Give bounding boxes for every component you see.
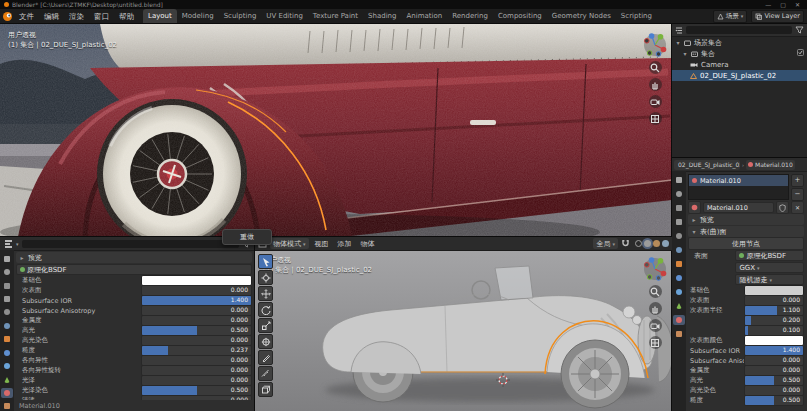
zoom-icon[interactable] bbox=[649, 285, 662, 298]
tab-modifiers[interactable] bbox=[1, 348, 13, 357]
tab-scene[interactable] bbox=[673, 231, 685, 241]
scene-selector[interactable]: 场景 ▾ bbox=[713, 10, 748, 23]
menu-view[interactable]: 视图 bbox=[312, 239, 332, 249]
material-name-field[interactable]: Material.010 bbox=[703, 202, 774, 213]
zoom-icon[interactable] bbox=[649, 61, 662, 74]
outliner-row-camera[interactable]: Camera bbox=[672, 59, 807, 70]
workspace-tab-modeling[interactable]: Modeling bbox=[177, 9, 219, 24]
mode-dropdown[interactable]: 物体模式 ▾ bbox=[270, 238, 309, 249]
blender-logo-icon[interactable] bbox=[0, 11, 14, 22]
redo-operator-panel[interactable]: 重做 bbox=[222, 229, 272, 245]
tab-texture[interactable] bbox=[1, 402, 13, 411]
tab-output[interactable] bbox=[673, 203, 685, 213]
camera-view-icon[interactable] bbox=[649, 319, 662, 332]
navigation-gizmo[interactable] bbox=[643, 33, 667, 57]
breadcrumb-object-chip[interactable]: 02_DUE_SJ_plastic_02 bbox=[674, 160, 740, 170]
scale-tool[interactable] bbox=[258, 318, 273, 333]
tab-texture[interactable] bbox=[673, 329, 685, 339]
editor-type-icon[interactable] bbox=[675, 26, 683, 34]
surface-shader-dropdown[interactable]: 原理化BSDF bbox=[16, 264, 252, 275]
expand-icon[interactable]: ▾ bbox=[675, 39, 681, 46]
remove-slot-button[interactable]: − bbox=[791, 188, 804, 201]
rendered-viewport[interactable]: 用户透视 (1) 集合 | 02_DUE_SJ_plastic_02 bbox=[0, 24, 672, 237]
tab-object-data[interactable] bbox=[1, 375, 13, 384]
move-tool[interactable] bbox=[258, 286, 273, 301]
tab-output[interactable] bbox=[1, 281, 13, 290]
workspace-tab-texture-paint[interactable]: Texture Paint bbox=[308, 9, 363, 24]
rotate-tool[interactable] bbox=[258, 302, 273, 317]
distribution-dropdown[interactable]: GGX▾ bbox=[735, 262, 804, 273]
menu-window[interactable]: 窗口 bbox=[89, 9, 114, 24]
filter-icon[interactable] bbox=[795, 26, 804, 34]
select-box-tool[interactable] bbox=[258, 254, 273, 269]
preview-panel-header[interactable]: ▸ 预览 bbox=[16, 252, 252, 263]
cursor-tool[interactable] bbox=[258, 270, 273, 285]
workspace-tab-sculpting[interactable]: Sculpting bbox=[219, 9, 262, 24]
add-cube-tool[interactable] bbox=[258, 382, 273, 397]
transform-orientation-dropdown[interactable]: 全局 ▾ bbox=[593, 238, 618, 249]
workspace-tab-layout[interactable]: Layout bbox=[143, 9, 177, 24]
solid-shading-icon[interactable] bbox=[644, 240, 651, 247]
wireframe-shading-icon[interactable] bbox=[635, 240, 642, 247]
pan-hand-icon[interactable] bbox=[649, 302, 662, 315]
workspace-tab-compositing[interactable]: Compositing bbox=[493, 9, 547, 24]
browse-material-icon[interactable] bbox=[688, 201, 701, 214]
surface-panel-header[interactable]: ▾ 表(曲)面 bbox=[688, 226, 804, 237]
menu-help[interactable]: 帮助 bbox=[114, 9, 139, 24]
minimize-button[interactable]: — bbox=[762, 1, 774, 8]
tab-modifiers[interactable] bbox=[673, 273, 685, 283]
menu-file[interactable]: 文件 bbox=[14, 9, 39, 24]
outliner-search-input[interactable] bbox=[686, 26, 792, 34]
tab-view-layer[interactable] bbox=[1, 294, 13, 303]
workspace-tab-animation[interactable]: Animation bbox=[401, 9, 447, 24]
menu-add[interactable]: 添加 bbox=[335, 239, 355, 249]
toggle-perspective-icon[interactable] bbox=[649, 336, 662, 349]
workspace-tab-geometry-nodes[interactable]: Geometry Nodes bbox=[547, 9, 616, 24]
surface-shader-dropdown[interactable]: 原理化BSDF bbox=[735, 250, 804, 261]
menu-edit[interactable]: 编辑 bbox=[39, 9, 64, 24]
preview-panel-header[interactable]: ▸ 预览 bbox=[688, 214, 804, 225]
tab-object[interactable] bbox=[673, 259, 685, 269]
tab-object[interactable] bbox=[1, 335, 13, 344]
tab-tool[interactable] bbox=[673, 175, 685, 185]
breadcrumb-material-chip[interactable]: Material.010 bbox=[746, 160, 795, 170]
properties-editor-icon[interactable] bbox=[4, 239, 13, 248]
use-nodes-button[interactable]: 使用节点 bbox=[688, 237, 804, 250]
camera-view-icon[interactable] bbox=[649, 95, 662, 108]
properties-search-input[interactable] bbox=[22, 240, 239, 248]
workspace-tab-rendering[interactable]: Rendering bbox=[447, 9, 493, 24]
menu-render[interactable]: 渲染 bbox=[64, 9, 89, 24]
fake-user-shield-icon[interactable] bbox=[776, 201, 789, 214]
sss-method-dropdown[interactable]: 随机游走▾ bbox=[735, 274, 804, 285]
pan-hand-icon[interactable] bbox=[649, 78, 662, 91]
tab-tool[interactable] bbox=[1, 254, 13, 263]
tab-render[interactable] bbox=[1, 267, 13, 276]
tab-material[interactable] bbox=[673, 315, 685, 325]
tab-view-layer[interactable] bbox=[673, 217, 685, 227]
outliner-row-collection[interactable]: ▾ 集合 bbox=[672, 48, 807, 59]
annotate-tool[interactable] bbox=[258, 350, 273, 365]
transform-tool[interactable] bbox=[258, 334, 273, 349]
material-slot-row[interactable]: Material.010 bbox=[689, 175, 788, 186]
solid-3d-viewport[interactable]: 物体模式 ▾ 视图 添加 物体 全局 ▾ bbox=[255, 237, 672, 411]
maximize-button[interactable]: ▢ bbox=[777, 1, 789, 8]
tab-render[interactable] bbox=[673, 189, 685, 199]
expand-icon[interactable]: ▾ bbox=[682, 50, 688, 57]
roughness-slider[interactable]: 0.500 bbox=[744, 395, 804, 406]
add-slot-button[interactable]: + bbox=[791, 174, 804, 187]
material-shading-icon[interactable] bbox=[653, 240, 660, 247]
subsurface-radius-z[interactable]: 0.100 bbox=[744, 325, 804, 336]
view-layer-selector[interactable]: View Layer bbox=[751, 10, 804, 23]
snap-magnet-icon[interactable] bbox=[621, 239, 630, 248]
outliner-row-active-object[interactable]: 02_DUE_SJ_plastic_02 bbox=[672, 70, 807, 81]
tab-physics[interactable] bbox=[1, 361, 13, 370]
tab-world[interactable] bbox=[1, 321, 13, 330]
workspace-tab-scripting[interactable]: Scripting bbox=[616, 9, 657, 24]
menu-object[interactable]: 物体 bbox=[358, 239, 378, 249]
unlink-icon[interactable]: ✕ bbox=[791, 201, 804, 214]
collection-checkbox[interactable] bbox=[797, 49, 804, 58]
tab-physics[interactable] bbox=[673, 287, 685, 297]
tab-world[interactable] bbox=[673, 245, 685, 255]
material-slot-list[interactable]: Material.010 bbox=[688, 174, 789, 200]
close-button[interactable]: ✕ bbox=[792, 1, 803, 8]
